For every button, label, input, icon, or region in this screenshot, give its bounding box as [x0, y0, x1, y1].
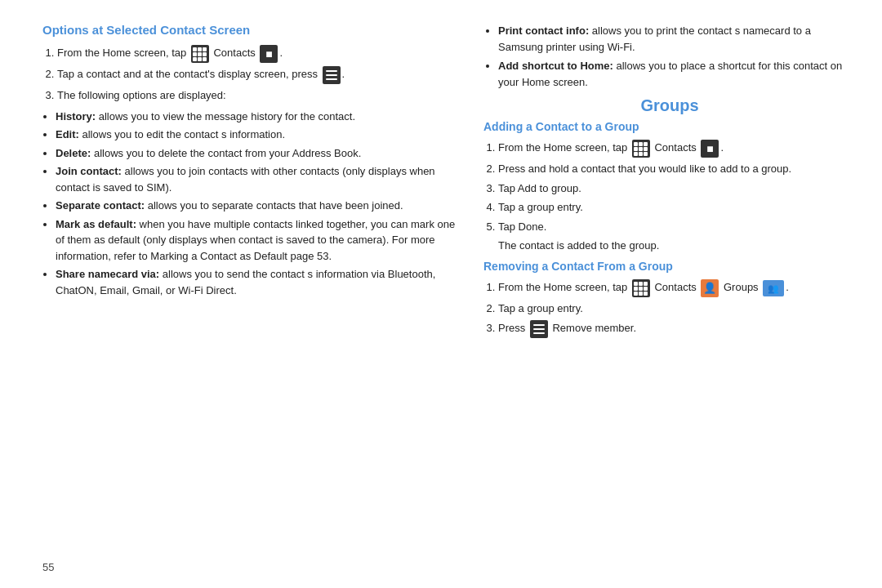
option-delete: Delete: allows you to delete the contact…	[56, 145, 459, 162]
left-column: Options at Selected Contact Screen From …	[42, 23, 475, 572]
contacts-icon-2: ■	[701, 140, 719, 158]
groups-icon-blue: 👥	[763, 280, 784, 296]
added-confirmation: The contact is added to the group.	[498, 239, 856, 252]
removing-steps-list: From the Home screen, tap Contacts 👤 Gro…	[483, 279, 856, 338]
left-section-title: Options at Selected Contact Screen	[42, 23, 459, 37]
option-share-namecard: Share namecard via: allows you to send t…	[56, 266, 459, 298]
option-join: Join contact: allows you to join contact…	[56, 163, 459, 195]
left-step-2: Tap a contact and at the contact's displ…	[57, 66, 459, 84]
left-step-1: From the Home screen, tap Contacts ■ .	[57, 45, 459, 63]
adding-steps-list: From the Home screen, tap Contacts ■ . P…	[483, 140, 856, 234]
option-history: History: allows you to view the message …	[56, 109, 459, 125]
menu-icon-2	[530, 320, 548, 338]
page-number: 55	[42, 561, 54, 573]
adding-step-5: Tap Done.	[498, 219, 856, 235]
right-bullets-list: Print contact info: allows you to print …	[483, 23, 856, 90]
options-list: History: allows you to view the message …	[42, 109, 459, 299]
removing-step-1: From the Home screen, tap Contacts 👤 Gro…	[498, 279, 856, 297]
grid-icon	[191, 45, 209, 63]
option-separate: Separate contact: allows you to separate…	[56, 198, 459, 214]
right-column: Print contact info: allows you to print …	[475, 23, 856, 572]
menu-icon-1	[323, 66, 341, 84]
removing-step-3: Press Remove member.	[498, 320, 856, 338]
adding-step-2: Press and hold a contact that you would …	[498, 161, 856, 177]
left-step-3: The following options are displayed:	[57, 87, 459, 104]
contacts-icon-1: ■	[260, 45, 278, 63]
grid-icon-3	[632, 279, 650, 297]
bullet-shortcut: Add shortcut to Home: allows you to plac…	[498, 58, 856, 90]
groups-title: Groups	[483, 96, 856, 115]
bullet-print: Print contact info: allows you to print …	[498, 23, 856, 55]
option-edit: Edit: allows you to edit the contact s i…	[56, 127, 459, 143]
grid-icon-2	[632, 140, 650, 158]
left-steps-list: From the Home screen, tap Contacts ■ . T…	[42, 45, 459, 104]
adding-title: Adding a Contact to a Group	[483, 120, 856, 133]
adding-step-4: Tap a group entry.	[498, 199, 856, 216]
contacts-icon-orange: 👤	[701, 279, 719, 297]
option-mark-default: Mark as default: when you have multiple …	[56, 216, 459, 265]
removing-title: Removing a Contact From a Group	[483, 260, 856, 273]
adding-step-1: From the Home screen, tap Contacts ■ .	[498, 140, 856, 158]
adding-step-3: Tap Add to group.	[498, 180, 856, 197]
removing-step-2: Tap a group entry.	[498, 301, 856, 317]
